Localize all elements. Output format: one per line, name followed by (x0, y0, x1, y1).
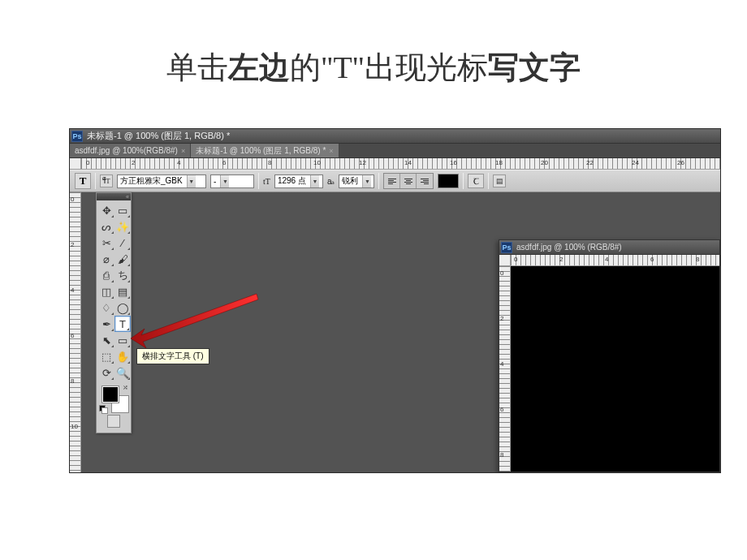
app-icon: Ps (71, 131, 83, 142)
align-center-button[interactable] (400, 174, 417, 188)
hand-tool[interactable]: ✋ (114, 348, 131, 364)
clone-stamp-tool[interactable]: ⎙ (98, 267, 114, 283)
font-family-select[interactable]: 方正粗雅宋_GBK▼ (117, 174, 206, 188)
tool-preset-button[interactable]: T (75, 173, 91, 189)
crop-tool[interactable]: ✂ (98, 235, 114, 251)
standard-mode-button[interactable] (107, 415, 120, 428)
default-colors-icon[interactable] (99, 405, 107, 413)
type-tool[interactable]: T (114, 316, 131, 332)
close-icon[interactable]: × (329, 147, 333, 155)
antialias-select[interactable]: 锐利▼ (339, 174, 374, 188)
window-title: 未标题-1 @ 100% (图层 1, RGB/8) * (87, 130, 230, 142)
toolbox-panel[interactable]: « ✥▭ᔕ✨✂⁄⌀🖌⎙ち◫▤♢◯✒T⬉▭⬚✋⟳🔍 ⤭ (96, 192, 132, 433)
shape-tool[interactable]: ▭ (114, 332, 131, 348)
marquee-tool[interactable]: ▭ (114, 202, 131, 218)
font-style-select[interactable]: -▼ (210, 174, 254, 188)
align-right-button[interactable] (417, 174, 433, 188)
document-canvas[interactable] (511, 266, 719, 472)
eyedropper-tool[interactable]: ⁄ (114, 235, 131, 251)
align-left-button[interactable] (384, 174, 400, 188)
vertical-ruler[interactable]: 0 2 4 6 8 (499, 266, 511, 472)
foreground-color[interactable] (101, 386, 119, 403)
horizontal-ruler[interactable]: 0 2 4 6 8 (511, 255, 719, 266)
float-doc-title: asdfdf.jpg @ 100% (RGB/8#) (516, 243, 622, 252)
slide-title: 单击左边的"T"出现光标写文字 (0, 0, 747, 113)
history-brush-tool[interactable]: ち (114, 267, 131, 283)
3d-tool[interactable]: ⬚ (98, 348, 114, 364)
svg-marker-0 (131, 294, 258, 348)
document-tab-bar: asdfdf.jpg @ 100%(RGB/8#)× 未标题-1 @ 100% … (70, 144, 720, 158)
collapse-icon[interactable]: « (126, 194, 129, 200)
eraser-tool[interactable]: ◫ (98, 283, 114, 299)
ruler-origin[interactable] (70, 158, 81, 170)
blur-tool[interactable]: ♢ (98, 299, 114, 316)
app-icon: Ps (501, 242, 512, 253)
workspace: 0 2 4 6 8 10 « ✥▭ᔕ✨✂⁄⌀🖌⎙ち◫▤♢◯✒T⬉▭⬚✋⟳🔍 ⤭ (70, 192, 720, 472)
toolbox-header[interactable]: « (97, 193, 131, 200)
font-size-icon: tT (263, 177, 270, 186)
font-size-select[interactable]: 1296 点▼ (274, 174, 323, 188)
character-panel-button[interactable]: ▤ (493, 174, 506, 187)
type-tool-tooltip: 横排文字工具 (T) (136, 348, 209, 364)
window-titlebar[interactable]: Ps 未标题-1 @ 100% (图层 1, RGB/8) * (70, 129, 720, 144)
ruler-origin[interactable] (499, 255, 511, 266)
vertical-ruler[interactable]: 0 2 4 6 8 10 (70, 192, 81, 472)
zoom-tool[interactable]: 🔍 (114, 364, 131, 381)
options-bar: T ⸿T 方正粗雅宋_GBK▼ -▼ tT 1296 点▼ aₐ 锐利▼ Ꞇ ▤ (70, 170, 720, 192)
move-tool[interactable]: ✥ (98, 202, 114, 218)
pen-tool[interactable]: ✒ (98, 316, 114, 332)
mask-mode-group (97, 415, 131, 433)
brush-tool[interactable]: 🖌 (114, 251, 131, 267)
color-swatch-area: ⤭ (97, 382, 131, 415)
horizontal-ruler[interactable]: 0 2 4 6 8 10 12 14 16 18 20 22 24 26 (81, 158, 720, 170)
rotate-view-tool[interactable]: ⟳ (98, 364, 114, 381)
text-orientation-button[interactable]: ⸿T (100, 174, 113, 187)
warp-text-button[interactable]: Ꞇ (468, 174, 484, 188)
swap-colors-icon[interactable]: ⤭ (123, 384, 128, 391)
gradient-tool[interactable]: ▤ (114, 283, 131, 299)
doc-tab[interactable]: 未标题-1 @ 100% (图层 1, RGB/8) *× (191, 144, 339, 157)
healing-brush-tool[interactable]: ⌀ (98, 251, 114, 267)
path-selection-tool[interactable]: ⬉ (98, 332, 114, 348)
text-color-button[interactable] (438, 174, 459, 188)
close-icon[interactable]: × (181, 147, 185, 155)
photoshop-window: Ps 未标题-1 @ 100% (图层 1, RGB/8) * asdfdf.j… (69, 128, 721, 473)
lasso-tool[interactable]: ᔕ (98, 218, 114, 235)
doc-tab[interactable]: asdfdf.jpg @ 100%(RGB/8#)× (70, 144, 191, 157)
magic-wand-tool[interactable]: ✨ (114, 218, 131, 235)
antialias-label: aₐ (327, 177, 335, 186)
float-doc-titlebar[interactable]: Ps asdfdf.jpg @ 100% (RGB/8#) (499, 240, 719, 255)
floating-document-window[interactable]: Ps asdfdf.jpg @ 100% (RGB/8#) 0 2 4 6 8 … (499, 239, 720, 472)
dodge-tool[interactable]: ◯ (114, 299, 131, 316)
text-align-group (383, 173, 434, 189)
